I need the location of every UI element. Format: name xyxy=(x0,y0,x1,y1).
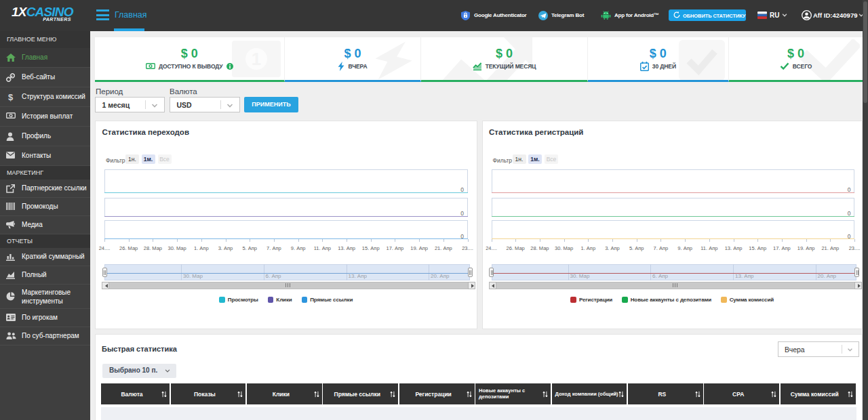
svg-text:$: $ xyxy=(8,93,14,102)
